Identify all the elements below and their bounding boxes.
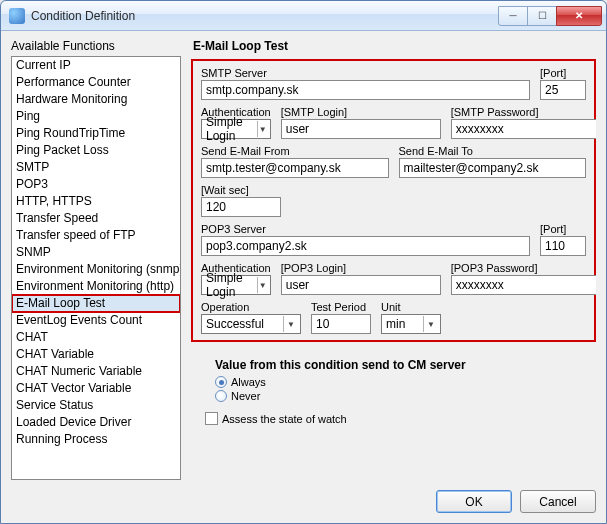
list-item[interactable]: Environment Monitoring (http) [12, 278, 180, 295]
assess-checkbox[interactable] [205, 412, 218, 425]
list-item[interactable]: Environment Monitoring (snmp) [12, 261, 180, 278]
list-item[interactable]: Hardware Monitoring [12, 91, 180, 108]
unit-label: Unit [381, 301, 441, 313]
send-from-input[interactable] [201, 158, 389, 178]
radio-never[interactable] [215, 390, 227, 402]
wait-sec-label: [Wait sec] [201, 184, 281, 196]
pop3-password-label: [POP3 Password] [451, 262, 596, 274]
list-item[interactable]: E-Mail Loop Test [12, 295, 180, 312]
minimize-button[interactable]: ─ [498, 6, 528, 26]
radio-never-row[interactable]: Never [215, 390, 588, 402]
maximize-button[interactable]: ☐ [527, 6, 557, 26]
available-functions-label: Available Functions [11, 39, 181, 53]
list-item[interactable]: CHAT [12, 329, 180, 346]
value-send-title: Value from this condition send to CM ser… [199, 358, 588, 372]
list-item[interactable]: EventLog Events Count [12, 312, 180, 329]
radio-never-label: Never [231, 390, 260, 402]
titlebar[interactable]: Condition Definition ─ ☐ ✕ [1, 1, 606, 31]
smtp-login-label: [SMTP Login] [281, 106, 441, 118]
pop3-port-input[interactable] [540, 236, 586, 256]
assess-label: Assess the state of watch [222, 413, 347, 425]
assess-checkbox-row[interactable]: Assess the state of watch [205, 412, 588, 425]
window-title: Condition Definition [31, 9, 499, 23]
list-item[interactable]: CHAT Variable [12, 346, 180, 363]
pop3-password-input[interactable] [451, 275, 596, 295]
smtp-password-input[interactable] [451, 119, 596, 139]
ok-button[interactable]: OK [436, 490, 512, 513]
smtp-port-label: [Port] [540, 67, 586, 79]
operation-combo[interactable]: Successful ▼ [201, 314, 301, 334]
list-item[interactable]: Current IP [12, 57, 180, 74]
section-title: E-Mail Loop Test [193, 39, 596, 53]
list-item[interactable]: CHAT Numeric Variable [12, 363, 180, 380]
smtp-server-input[interactable] [201, 80, 530, 100]
smtp-server-label: SMTP Server [201, 67, 530, 79]
list-item[interactable]: Transfer speed of FTP [12, 227, 180, 244]
dialog-buttons: OK Cancel [11, 480, 596, 513]
chevron-down-icon: ▼ [283, 316, 298, 332]
send-from-label: Send E-Mail From [201, 145, 389, 157]
send-to-input[interactable] [399, 158, 587, 178]
radio-always[interactable] [215, 376, 227, 388]
right-panel: E-Mail Loop Test SMTP Server [Port] [191, 39, 596, 480]
pop3-auth-value: Simple Login [206, 271, 257, 299]
pop3-login-input[interactable] [281, 275, 441, 295]
cancel-button[interactable]: Cancel [520, 490, 596, 513]
list-item[interactable]: Service Status [12, 397, 180, 414]
chevron-down-icon: ▼ [257, 121, 268, 137]
smtp-auth-value: Simple Login [206, 115, 257, 143]
list-item[interactable]: Loaded Device Driver [12, 414, 180, 431]
smtp-auth-combo[interactable]: Simple Login ▼ [201, 119, 271, 139]
dialog-window: Condition Definition ─ ☐ ✕ Available Fun… [0, 0, 607, 524]
chevron-down-icon: ▼ [257, 277, 268, 293]
operation-label: Operation [201, 301, 301, 313]
list-item[interactable]: Ping Packet Loss [12, 142, 180, 159]
radio-always-label: Always [231, 376, 266, 388]
radio-always-row[interactable]: Always [215, 376, 588, 388]
left-panel: Available Functions Current IPPerformanc… [11, 39, 181, 480]
close-button[interactable]: ✕ [556, 6, 602, 26]
list-item[interactable]: Running Process [12, 431, 180, 448]
list-item[interactable]: Ping [12, 108, 180, 125]
pop3-server-input[interactable] [201, 236, 530, 256]
value-send-group: Value from this condition send to CM ser… [191, 352, 596, 429]
app-icon [9, 8, 25, 24]
smtp-password-label: [SMTP Password] [451, 106, 596, 118]
pop3-auth-combo[interactable]: Simple Login ▼ [201, 275, 271, 295]
list-item[interactable]: HTTP, HTTPS [12, 193, 180, 210]
list-item[interactable]: SMTP [12, 159, 180, 176]
pop3-port-label: [Port] [540, 223, 586, 235]
unit-value: min [386, 317, 405, 331]
form-frame: SMTP Server [Port] Authentication Si [191, 59, 596, 342]
list-item[interactable]: Ping RoundTripTime [12, 125, 180, 142]
pop3-server-label: POP3 Server [201, 223, 530, 235]
functions-listbox[interactable]: Current IPPerformance CounterHardware Mo… [11, 56, 181, 480]
test-period-label: Test Period [311, 301, 371, 313]
list-item[interactable]: SNMP [12, 244, 180, 261]
list-item[interactable]: POP3 [12, 176, 180, 193]
chevron-down-icon: ▼ [423, 316, 438, 332]
list-item[interactable]: Transfer Speed [12, 210, 180, 227]
client-area: Available Functions Current IPPerformanc… [1, 31, 606, 523]
smtp-login-input[interactable] [281, 119, 441, 139]
smtp-port-input[interactable] [540, 80, 586, 100]
test-period-input[interactable] [311, 314, 371, 334]
list-item[interactable]: CHAT Vector Variable [12, 380, 180, 397]
list-item[interactable]: Performance Counter [12, 74, 180, 91]
operation-value: Successful [206, 317, 264, 331]
unit-combo[interactable]: min ▼ [381, 314, 441, 334]
send-to-label: Send E-Mail To [399, 145, 587, 157]
wait-sec-input[interactable] [201, 197, 281, 217]
pop3-login-label: [POP3 Login] [281, 262, 441, 274]
